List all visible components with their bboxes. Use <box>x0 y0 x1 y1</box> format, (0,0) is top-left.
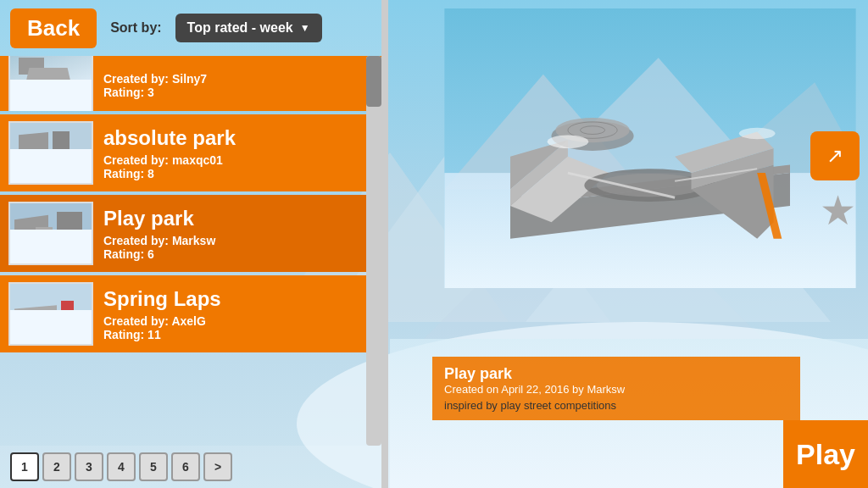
scroll-track[interactable] <box>366 56 381 446</box>
svg-rect-19 <box>61 301 74 326</box>
thumbnail-snow <box>10 203 92 263</box>
park-info: absolute park Created by: maxqc01 Rating… <box>103 126 373 180</box>
svg-rect-21 <box>10 330 93 346</box>
svg-rect-14 <box>57 212 82 230</box>
info-created: Created on April 22, 2016 by Marksw <box>444 383 788 396</box>
thumb-svg <box>10 284 93 346</box>
svg-rect-8 <box>19 132 48 152</box>
svg-rect-9 <box>53 131 70 152</box>
svg-rect-17 <box>36 227 53 240</box>
park-info: Spring Laps Created by: AxelG Rating: 11 <box>103 287 373 341</box>
sort-dropdown[interactable]: Top rated - week ▼ <box>175 14 322 42</box>
info-description: inspired by play street competitions <box>444 399 788 412</box>
park-name: absolute park <box>103 126 373 150</box>
park-rating: Rating: 11 <box>103 328 373 341</box>
preview-3d-svg <box>432 8 868 288</box>
play-button[interactable]: Play <box>783 420 868 488</box>
sort-label: Sort by: <box>110 20 161 36</box>
page-btn-6[interactable]: 6 <box>171 452 200 481</box>
thumbnail-ramp <box>25 68 72 88</box>
list-item[interactable]: Spring Laps Created by: AxelG Rating: 11 <box>0 275 381 352</box>
page-btn-1[interactable]: 1 <box>10 452 39 481</box>
park-info: Created by: Silny7 Rating: 3 <box>103 69 373 99</box>
park-name: Spring Laps <box>103 287 373 311</box>
park-rating: Rating: 8 <box>103 167 373 180</box>
left-panel: Back Sort by: Top rated - week ▼ Created… <box>0 0 381 488</box>
star-icon: ★ <box>820 188 856 233</box>
park-creator: Created by: AxelG <box>103 314 373 328</box>
park-thumbnail <box>8 121 93 185</box>
header-bar: Back Sort by: Top rated - week ▼ <box>0 0 381 56</box>
svg-rect-18 <box>10 284 93 346</box>
scroll-thumb[interactable] <box>366 56 381 107</box>
thumbnail-snow <box>10 56 92 111</box>
park-creator: Created by: Silny7 <box>103 72 373 86</box>
right-panel: ↗ ★ Play park Created on April 22, 2016 … <box>432 0 868 488</box>
park-thumbnail <box>8 282 93 346</box>
list-item[interactable]: absolute park Created by: maxqc01 Rating… <box>0 114 381 191</box>
park-creator: Created by: Marksw <box>103 234 373 247</box>
sort-value: Top rated - week <box>187 20 293 36</box>
park-name: Play park <box>103 207 373 230</box>
svg-rect-11 <box>20 152 64 163</box>
share-button[interactable]: ↗ <box>810 131 860 180</box>
park-creator: Created by: maxqc01 <box>103 153 373 167</box>
svg-point-34 <box>597 174 704 197</box>
svg-rect-16 <box>17 236 64 244</box>
page-btn-3[interactable]: 3 <box>75 452 103 481</box>
thumbnail-snow <box>10 284 92 344</box>
thumb-svg <box>10 203 93 265</box>
svg-rect-7 <box>10 123 93 185</box>
park-thumbnail <box>8 202 93 265</box>
park-rating: Rating: 3 <box>103 86 373 99</box>
pagination: 1 2 3 4 5 6 > <box>0 446 381 488</box>
svg-point-46 <box>739 128 776 140</box>
svg-rect-15 <box>10 247 93 265</box>
page-btn-next[interactable]: > <box>203 452 232 481</box>
info-park-name: Play park <box>444 365 788 383</box>
back-button[interactable]: Back <box>10 8 97 48</box>
panel-divider <box>381 0 388 488</box>
thumbnail-snow <box>10 123 92 183</box>
park-thumbnail <box>8 56 93 111</box>
page-btn-2[interactable]: 2 <box>42 452 71 481</box>
info-bar: Play park Created on April 22, 2016 by M… <box>432 357 800 420</box>
park-list: Created by: Silny7 Rating: 3 absolu <box>0 56 381 446</box>
sort-arrow-icon: ▼ <box>300 22 310 34</box>
star-rating[interactable]: ★ <box>820 186 856 234</box>
park-info: Play park Created by: Marksw Rating: 6 <box>103 207 373 261</box>
list-item[interactable]: Play park Created by: Marksw Rating: 6 <box>0 195 381 272</box>
page-btn-4[interactable]: 4 <box>107 452 136 481</box>
share-icon: ↗ <box>826 144 843 168</box>
svg-point-45 <box>548 135 589 148</box>
list-item[interactable]: Created by: Silny7 Rating: 3 <box>0 56 381 111</box>
page-btn-5[interactable]: 5 <box>139 452 168 481</box>
svg-rect-22 <box>24 318 54 324</box>
svg-rect-10 <box>14 165 91 185</box>
thumb-svg <box>10 123 93 185</box>
park-rating: Rating: 6 <box>103 247 373 261</box>
preview-image <box>432 8 868 288</box>
play-label: Play <box>796 438 855 471</box>
